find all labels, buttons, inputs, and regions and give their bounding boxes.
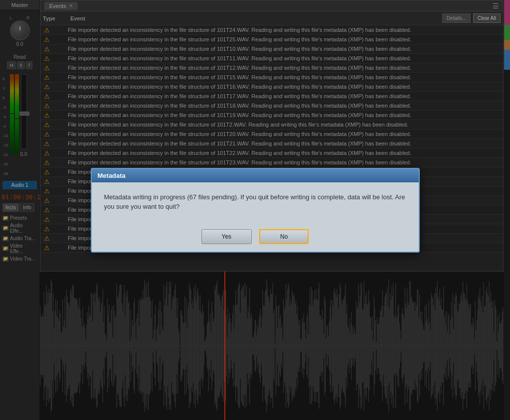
modal-title: Metadata <box>98 172 126 179</box>
modal-message-text: Metadata writing in progress (67 files p… <box>104 193 405 211</box>
modal-message: Metadata writing in progress (67 files p… <box>92 182 419 222</box>
yes-button[interactable]: Yes <box>201 229 252 244</box>
modal-title-bar: Metadata <box>92 169 419 182</box>
metadata-dialog: Metadata Metadata writing in progress (6… <box>91 168 420 253</box>
modal-buttons: Yes No <box>92 222 419 252</box>
modal-overlay: Metadata Metadata writing in progress (6… <box>0 0 510 420</box>
no-button[interactable]: No <box>259 229 309 244</box>
